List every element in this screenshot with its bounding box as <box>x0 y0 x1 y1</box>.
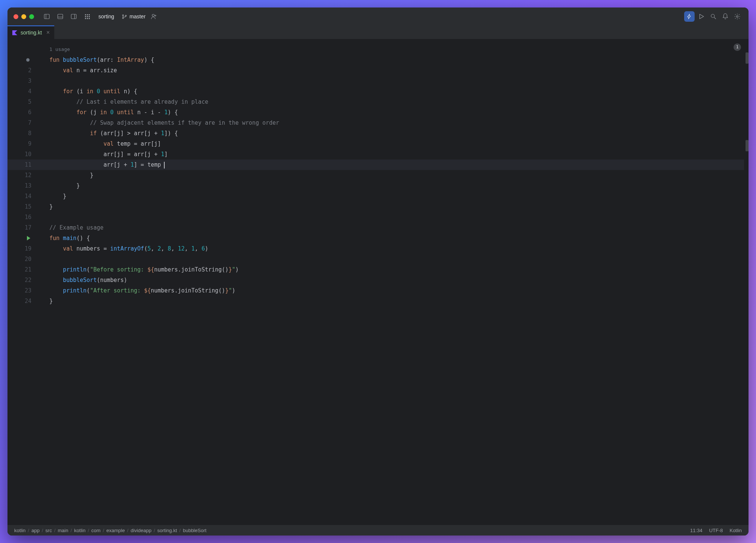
svg-point-8 <box>125 15 126 16</box>
maximize-window-button[interactable] <box>29 14 34 19</box>
kotlin-file-icon <box>12 30 18 36</box>
cursor-position[interactable]: 11:34 <box>690 528 702 533</box>
svg-point-15 <box>737 16 738 18</box>
language[interactable]: Kotlin <box>729 528 742 533</box>
add-user-icon[interactable] <box>149 11 159 22</box>
file-tab[interactable]: sorting.kt × <box>7 25 54 39</box>
run-gutter-icon[interactable] <box>27 236 30 240</box>
sidebar-left-icon[interactable] <box>42 11 52 22</box>
breakpoint-gutter[interactable] <box>26 58 30 62</box>
titlebar: sorting master <box>7 7 749 25</box>
svg-rect-0 <box>44 14 49 19</box>
editor-tabs: sorting.kt × <box>7 25 749 39</box>
svg-rect-2 <box>58 14 63 19</box>
svg-point-7 <box>122 17 124 18</box>
vcs-branch[interactable]: master <box>122 13 146 19</box>
minimap[interactable] <box>744 39 749 525</box>
ide-window: sorting master sorting.kt × 1 1 usage fu… <box>7 7 749 536</box>
svg-line-14 <box>714 17 716 19</box>
text-cursor <box>164 162 165 169</box>
ai-assistant-icon[interactable] <box>684 11 695 22</box>
statusbar: kotlin/ app/ src/ main/ kotlin/ com/ exa… <box>7 525 749 536</box>
sidebar-right-icon[interactable] <box>68 11 79 22</box>
svg-point-6 <box>122 15 124 16</box>
branch-icon <box>122 14 127 19</box>
close-tab-icon[interactable]: × <box>46 29 50 36</box>
menu-grid-icon[interactable] <box>82 11 92 22</box>
code-editor[interactable]: 1 1 usage fun bubbleSort(arr: IntArray) … <box>7 39 749 525</box>
encoding[interactable]: UTF-8 <box>709 528 723 533</box>
run-icon[interactable] <box>696 11 707 22</box>
notifications-icon[interactable] <box>720 11 731 22</box>
svg-marker-12 <box>700 14 704 19</box>
svg-point-9 <box>152 14 154 16</box>
breadcrumb[interactable]: kotlin/ app/ src/ main/ kotlin/ com/ exa… <box>14 528 207 533</box>
project-name[interactable]: sorting <box>98 13 114 19</box>
usages-hint[interactable]: 1 usage <box>7 39 749 55</box>
search-icon[interactable] <box>708 11 719 22</box>
svg-point-13 <box>711 14 714 18</box>
window-controls <box>13 14 34 19</box>
tab-filename: sorting.kt <box>21 30 42 36</box>
sidebar-bottom-icon[interactable] <box>55 11 65 22</box>
branch-name: master <box>129 13 146 19</box>
close-window-button[interactable] <box>13 14 18 19</box>
settings-icon[interactable] <box>732 11 743 22</box>
svg-rect-4 <box>71 14 76 19</box>
problems-badge[interactable]: 1 <box>734 43 741 51</box>
minimize-window-button[interactable] <box>21 14 26 19</box>
